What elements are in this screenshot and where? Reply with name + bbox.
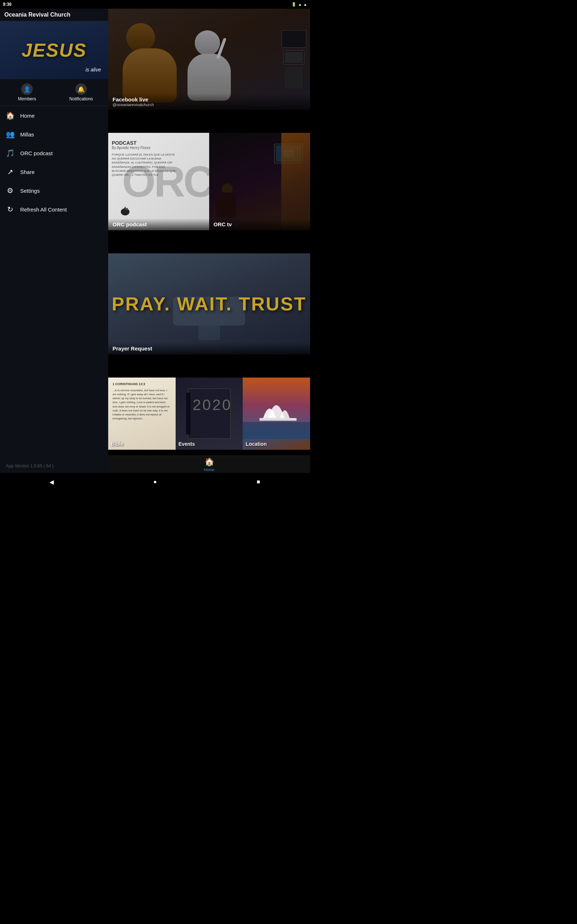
orc-tv-title: ORC tv — [213, 221, 306, 228]
podcast-by: By Apostle Henry Florez — [112, 146, 177, 150]
main-content: Facebook live @oceaniarevivalchurch ORC … — [108, 9, 310, 473]
sidebar-item-home[interactable]: 🏠 Home — [0, 106, 108, 125]
sidebar-item-settings[interactable]: ⚙ Settings — [0, 181, 108, 200]
status-time: 9:36 — [3, 2, 11, 7]
sidebar-actions: 👤 Members 🔔 Notifications — [0, 79, 108, 106]
app-title: Oceania Revival Church — [4, 11, 70, 18]
card-facebook-live[interactable]: Facebook live @oceaniarevivalchurch — [108, 9, 310, 110]
home-tab-bar: 🏠 Home — [108, 456, 310, 473]
settings-icon: ⚙ — [6, 186, 15, 195]
back-icon: ◀ — [49, 478, 54, 485]
hero-sub-text: is alive — [85, 67, 101, 73]
bible-text: 1 CORINTHIANS 13:3 ...is to remove mount… — [108, 378, 176, 425]
share-label: Share — [20, 169, 35, 175]
members-button[interactable]: 👤 Members — [0, 79, 54, 106]
android-nav-bar: ◀ ● ■ — [0, 473, 310, 491]
sidebar-menu: 🏠 Home 👥 Millas 🎵 ORC podcast ↗ Share ⚙ … — [0, 106, 108, 459]
card-orc-tv[interactable]: ORC tv — [209, 133, 310, 230]
refresh-icon: ↻ — [6, 205, 15, 214]
back-button[interactable]: ◀ — [43, 477, 61, 487]
card-events[interactable]: 2020 Events — [176, 378, 243, 450]
home-label: Home — [20, 113, 35, 119]
settings-label: Settings — [20, 188, 40, 194]
share-icon: ↗ — [6, 168, 15, 176]
sidebar-hero: JESUS is alive — [0, 21, 108, 79]
tab-home[interactable]: 🏠 Home — [204, 457, 214, 472]
orc-tv-label: ORC tv — [209, 218, 310, 230]
members-label: Members — [18, 96, 36, 102]
card-bible[interactable]: 1 CORINTHIANS 13:3 ...is to remove mount… — [108, 378, 176, 450]
prayer-label: Prayer Request — [108, 342, 310, 354]
sidebar: Oceania Revival Church JESUS is alive 👤 … — [0, 9, 108, 473]
recent-icon: ■ — [257, 478, 260, 485]
prayer-title: Prayer Request — [113, 346, 306, 352]
podcast-verse: PORQUE LLEGARÁ EL DÍA EN QUE LA GENTE NO… — [112, 153, 177, 177]
svg-rect-5 — [259, 418, 297, 420]
podcast-icon: 🎵 — [6, 149, 15, 157]
podcast-label: ORC podcast — [20, 150, 53, 156]
home-button[interactable]: ● — [146, 477, 164, 487]
battery-icon: 🔋 — [292, 2, 297, 7]
sidebar-item-refresh[interactable]: ↻ Refresh All Content — [0, 200, 108, 219]
bible-label: Bible — [111, 441, 123, 447]
home-nav-icon: ● — [153, 478, 157, 485]
signal-icon: ▲ — [303, 2, 307, 6]
facebook-live-label: Facebook live @oceaniarevivalchurch — [108, 94, 310, 110]
status-icons: 🔋 ▲ ▲ — [292, 2, 307, 7]
orc-podcast-label: ORC podcast — [108, 218, 209, 230]
sidebar-item-podcast[interactable]: 🎵 ORC podcast — [0, 144, 108, 162]
sidebar-item-share[interactable]: ↗ Share — [0, 162, 108, 181]
millas-icon: 👥 — [6, 130, 15, 139]
facebook-live-title: Facebook live — [113, 96, 306, 102]
wifi-icon: ▲ — [298, 2, 302, 6]
orc-podcast-title: ORC podcast — [113, 221, 205, 228]
members-icon: 👤 — [21, 83, 33, 95]
events-year: 2020 — [193, 396, 226, 414]
svg-rect-4 — [243, 422, 310, 439]
home-icon: 🏠 — [6, 111, 15, 120]
bottom-three: 1 CORINTHIANS 13:3 ...is to remove mount… — [108, 378, 310, 450]
podcast-bird-logo — [119, 205, 132, 220]
sidebar-header: Oceania Revival Church — [0, 9, 108, 21]
notifications-icon: 🔔 — [76, 83, 87, 95]
card-podcast[interactable]: ORC PODCAST By Apostle Henry Florez PORQ… — [108, 133, 209, 230]
sidebar-item-millas[interactable]: 👥 Millas — [0, 125, 108, 144]
card-location[interactable]: Location — [243, 378, 310, 450]
card-prayer[interactable]: PRAY. WAIT. TRUST Prayer Request — [108, 254, 310, 354]
notifications-button[interactable]: 🔔 Notifications — [54, 79, 108, 106]
svg-point-2 — [126, 208, 128, 210]
events-label: Events — [179, 441, 195, 447]
bible-verse-text: ...is to remove mountains, but have not … — [113, 388, 171, 421]
notifications-label: Notifications — [69, 96, 93, 102]
app-version: App Version 1.0.65 ( 64 ) — [0, 459, 108, 473]
hero-jesus-text: JESUS — [22, 39, 87, 61]
podcast-title: PODCAST — [112, 140, 177, 146]
millas-label: Millas — [20, 131, 34, 137]
pray-text: PRAY. WAIT. TRUST — [112, 293, 306, 315]
location-label: Location — [246, 441, 266, 447]
podcast-text-content: PODCAST By Apostle Henry Florez PORQUE L… — [112, 140, 177, 177]
tab-home-icon: 🏠 — [205, 457, 214, 467]
status-bar: 9:36 🔋 ▲ ▲ — [0, 0, 310, 9]
bible-reference: 1 CORINTHIANS 13:3 — [113, 382, 171, 387]
tab-home-label: Home — [204, 467, 214, 472]
recent-button[interactable]: ■ — [250, 477, 268, 487]
refresh-label: Refresh All Content — [20, 207, 67, 213]
facebook-live-subtitle: @oceaniarevivalchurch — [113, 102, 306, 107]
